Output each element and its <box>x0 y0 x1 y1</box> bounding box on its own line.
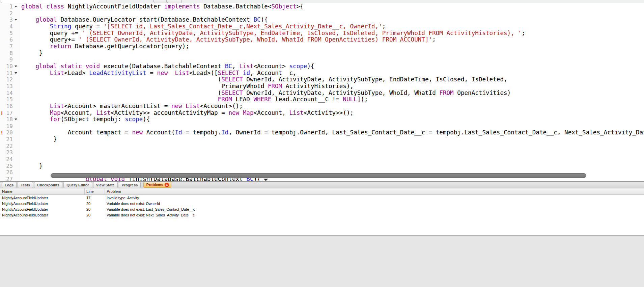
line-number[interactable]: 6 <box>0 36 13 43</box>
line-number[interactable]: 3 <box>0 17 13 23</box>
code-line[interactable]: 10 global static void execute(Database.B… <box>0 63 644 70</box>
code-text: for(SObject tempobj: scope){ <box>20 116 150 123</box>
code-line[interactable]: 3 global Database.QueryLocator start(Dat… <box>0 17 644 23</box>
tab-query-editor[interactable]: Query Editor <box>63 182 92 188</box>
tab-checkpoints[interactable]: Checkpoints <box>34 182 62 188</box>
code-line[interactable]: 18 for(SObject tempobj: scope){ <box>0 116 644 123</box>
gutter: 25 <box>0 163 20 169</box>
code-line[interactable]: 14 (SELECT OwnerId, ActivityDate, Activi… <box>0 90 644 97</box>
line-number[interactable]: 23 <box>0 149 13 156</box>
line-number[interactable]: 5 <box>0 30 13 37</box>
problem-name-cell: NightlyAccountFieldUpdater <box>2 196 84 200</box>
problem-text-cell: Invalid type: Activity <box>107 196 139 200</box>
problems-count-badge: 4 <box>165 183 169 187</box>
line-number[interactable]: 15 <box>0 96 13 103</box>
problem-name-cell: NightlyAccountFieldUpdater <box>2 207 84 211</box>
line-number[interactable]: 14 <box>0 90 13 97</box>
code-line[interactable]: !17 Map<Account, List<Activity>> account… <box>0 110 644 116</box>
problem-row[interactable]: NightlyAccountFieldUpdater20Variable doe… <box>0 206 644 212</box>
column-divider <box>84 188 85 194</box>
code-line[interactable]: 22 <box>0 143 644 150</box>
column-header-problem[interactable]: Problem <box>107 189 121 194</box>
gutter: !20 <box>0 129 20 136</box>
code-text <box>20 149 21 156</box>
line-number[interactable]: 19 <box>0 123 13 130</box>
line-number[interactable]: 24 <box>0 156 13 163</box>
problem-row[interactable]: NightlyAccountFieldUpdater17Invalid type… <box>0 195 644 201</box>
code-line[interactable]: 13 PrimaryWhoId FROM ActivityHistories), <box>0 83 644 90</box>
line-number[interactable]: 11 <box>0 70 13 77</box>
problem-name-cell: NightlyAccountFieldUpdater <box>2 213 84 217</box>
code-editor[interactable]: 1global class NightlyAccountFieldUpdater… <box>0 3 644 181</box>
code-line[interactable]: 25 } <box>0 163 644 169</box>
code-lines: 1global class NightlyAccountFieldUpdater… <box>0 3 644 181</box>
code-text <box>20 10 21 17</box>
line-number[interactable]: 12 <box>0 76 13 83</box>
code-line[interactable]: 6 query+= ' (SELECT OwnerId, ActivityDat… <box>0 36 644 43</box>
tab-progress[interactable]: Progress <box>119 182 141 188</box>
problem-row[interactable]: NightlyAccountFieldUpdater20Variable doe… <box>0 201 644 206</box>
code-text: Map<Account, List<Activity>> accountActi… <box>20 110 354 116</box>
line-number[interactable]: 1 <box>0 3 13 10</box>
code-line[interactable]: 21 } <box>0 136 644 143</box>
fold-arrow-icon[interactable] <box>15 6 17 7</box>
code-text: return Database.getQueryLocator(query); <box>20 43 189 50</box>
gutter: 15 <box>0 96 20 103</box>
line-number[interactable]: 7 <box>0 43 13 50</box>
code-line[interactable]: 5 query += ' (SELECT OwnerId, ActivityDa… <box>0 30 644 37</box>
code-text: String query = '[SELECT id, Last_Sales_C… <box>20 23 386 30</box>
line-number[interactable]: 8 <box>0 50 13 57</box>
toolbar-field-fragment[interactable] <box>1 0 99 3</box>
error-marker-icon: ! <box>1 110 3 116</box>
code-line[interactable]: 19 <box>0 123 644 130</box>
panel-collapse-arrow-icon[interactable] <box>263 179 268 181</box>
toolbar-button-fragment[interactable] <box>167 0 182 3</box>
code-text: query += ' (SELECT OwnerId, ActivityDate… <box>20 30 525 37</box>
fold-arrow-icon[interactable] <box>15 66 17 67</box>
code-line[interactable]: 9 <box>0 56 644 63</box>
line-number[interactable]: 4 <box>0 23 13 30</box>
tab-tests[interactable]: Tests <box>18 182 33 188</box>
tab-problems[interactable]: Problems4 <box>143 182 171 188</box>
code-line[interactable]: 7 return Database.getQueryLocator(query)… <box>0 43 644 50</box>
gutter: 5 <box>0 30 20 37</box>
code-line[interactable]: 2 <box>0 10 644 17</box>
problem-text-cell: Variable does not exist: OwnerId <box>107 202 160 206</box>
fold-arrow-icon[interactable] <box>15 119 17 120</box>
fold-arrow-icon[interactable] <box>15 72 17 74</box>
line-number[interactable]: 18 <box>0 116 13 123</box>
horizontal-scrollbar[interactable] <box>0 173 644 178</box>
code-line[interactable]: 8 } <box>0 50 644 57</box>
bottom-panel: LogsTestsCheckpointsQuery EditorView Sta… <box>0 181 644 236</box>
line-number[interactable]: 2 <box>0 10 13 17</box>
toolbar-button-fragment[interactable] <box>153 0 167 3</box>
code-line[interactable]: 15 FROM LEAD WHERE lead.Account__C != NU… <box>0 96 644 103</box>
line-number[interactable]: 9 <box>0 56 13 63</box>
code-text: List<Lead> LeadActivityList = new List<L… <box>20 70 297 77</box>
line-number[interactable]: 10 <box>0 63 13 70</box>
column-header-line[interactable]: Line <box>86 189 94 194</box>
code-line[interactable]: 4 String query = '[SELECT id, Last_Sales… <box>0 23 644 30</box>
tab-view-state[interactable]: View State <box>93 182 118 188</box>
horizontal-scrollbar-thumb[interactable] <box>51 173 586 178</box>
line-number[interactable]: 16 <box>0 103 13 110</box>
line-number[interactable]: 22 <box>0 143 13 150</box>
line-number[interactable]: 25 <box>0 163 13 169</box>
code-line[interactable]: 23 <box>0 149 644 156</box>
gutter: !17 <box>0 110 20 116</box>
code-line[interactable]: 24 <box>0 156 644 163</box>
code-line[interactable]: 16 List<Account> masterAccountList = new… <box>0 103 644 110</box>
code-line[interactable]: 11 List<Lead> LeadActivityList = new Lis… <box>0 70 644 77</box>
column-header-name[interactable]: Name <box>2 189 12 194</box>
problem-text-cell: Variable does not exist: Next_Sales_Acti… <box>107 213 195 217</box>
problem-row[interactable]: NightlyAccountFieldUpdater20Variable doe… <box>0 212 644 218</box>
line-number[interactable]: 21 <box>0 136 13 143</box>
line-number[interactable]: 13 <box>0 83 13 90</box>
code-line[interactable]: 1global class NightlyAccountFieldUpdater… <box>0 3 644 10</box>
code-line[interactable]: 12 (SELECT OwnerId, ActivityDate, Activi… <box>0 76 644 83</box>
code-line[interactable]: !20 Account tempact = new Account(Id = t… <box>0 129 644 136</box>
tab-logs[interactable]: Logs <box>2 182 17 188</box>
code-text: } <box>20 50 43 57</box>
gutter: 19 <box>0 123 20 130</box>
fold-arrow-icon[interactable] <box>15 19 17 21</box>
